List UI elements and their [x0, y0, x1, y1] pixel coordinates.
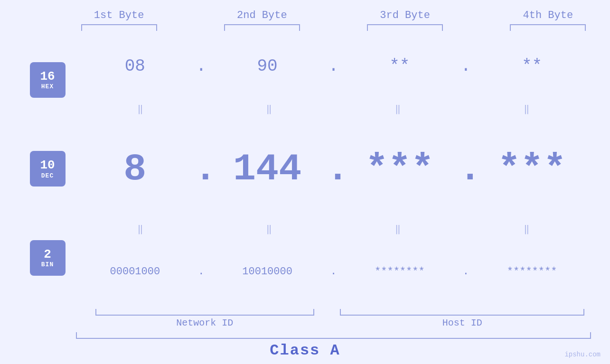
network-id-label: Network ID: [176, 317, 233, 328]
bin-sep3: .: [459, 266, 473, 278]
hex-b1-cell: 08: [76, 56, 194, 76]
dec-badge-number: 10: [40, 159, 55, 172]
hex-sep2: .: [327, 56, 341, 76]
badge-column: 16 HEX 10 DEC 2 BIN: [19, 31, 76, 307]
byte-headers: 1st Byte 2nd Byte 3rd Byte 4th Byte: [47, 9, 610, 31]
dec-b4-value: ***: [498, 148, 566, 191]
byte3-label: 3rd Byte: [380, 9, 430, 21]
bin-badge-label: BIN: [41, 261, 54, 268]
bin-sep2: .: [327, 266, 341, 278]
byte2-label: 2nd Byte: [237, 9, 287, 21]
dec-badge-label: DEC: [41, 172, 54, 179]
byte4-top-bracket: [510, 24, 586, 31]
main-container: 1st Byte 2nd Byte 3rd Byte 4th Byte 16 H…: [0, 0, 610, 364]
dec-b2-value: 144: [233, 148, 301, 191]
byte4-col-header: 4th Byte: [477, 9, 610, 31]
dec-b1-value: 8: [123, 148, 146, 191]
hex-b3-value: **: [389, 56, 410, 76]
watermark: ipshu.com: [564, 351, 601, 358]
dec-badge: 10 DEC: [30, 151, 66, 187]
equals-row-1: ‖ ‖ ‖ ‖: [76, 102, 591, 116]
bin-b4-value: ********: [507, 266, 557, 278]
byte1-col-header: 1st Byte: [47, 9, 190, 31]
dec-data-row: 8 . 144 . *** . ***: [76, 116, 591, 222]
network-id-section: Network ID: [76, 309, 334, 328]
dec-b2-cell: 144: [208, 148, 327, 191]
byte2-top-bracket: [224, 24, 300, 31]
hex-b2-value: 90: [257, 56, 278, 76]
hex-b4-value: **: [522, 56, 542, 76]
data-rows: 08 . 90 . ** . **: [76, 31, 591, 307]
hex-b1-value: 08: [125, 56, 145, 76]
bin-b4-cell: ********: [473, 266, 591, 278]
bin-data-row: 00001000 . 10010000 . ******** .: [76, 236, 591, 307]
dec-b4-cell: ***: [473, 148, 591, 191]
hex-sep1: .: [194, 56, 208, 76]
host-id-label: Host ID: [442, 317, 482, 328]
bin-b1-cell: 00001000: [76, 266, 194, 278]
byte1-top-bracket: [81, 24, 157, 31]
equals-row-2: ‖ ‖ ‖ ‖: [76, 222, 591, 236]
byte3-col-header: 3rd Byte: [334, 9, 477, 31]
hex-badge: 16 HEX: [30, 62, 66, 98]
bin-b1-value: 00001000: [110, 266, 160, 278]
hex-data-row: 08 . 90 . ** . **: [76, 31, 591, 102]
dec-sep3: .: [459, 148, 473, 191]
dec-b3-cell: ***: [341, 148, 459, 191]
byte1-label: 1st Byte: [94, 9, 144, 21]
hex-b4-cell: **: [473, 56, 591, 76]
bin-b2-value: 10010000: [242, 266, 292, 278]
host-id-bracket: [340, 309, 584, 316]
hex-badge-label: HEX: [41, 83, 54, 90]
class-section: Class A: [19, 332, 591, 359]
class-label: Class A: [270, 342, 340, 359]
dec-sep1: .: [194, 148, 208, 191]
hex-badge-number: 16: [40, 70, 55, 84]
dec-sep2: .: [327, 148, 341, 191]
hex-sep3: .: [459, 56, 473, 76]
hex-b2-cell: 90: [208, 56, 327, 76]
bin-b2-cell: 10010000: [208, 266, 327, 278]
bin-b3-cell: ********: [341, 266, 459, 278]
byte4-label: 4th Byte: [523, 9, 573, 21]
host-id-section: Host ID: [334, 309, 591, 328]
byte3-top-bracket: [367, 24, 443, 31]
bin-sep1: .: [194, 266, 208, 278]
hex-b3-cell: **: [341, 56, 459, 76]
bin-b3-value: ********: [375, 266, 425, 278]
byte2-col-header: 2nd Byte: [190, 9, 333, 31]
main-area: 16 HEX 10 DEC 2 BIN 08 .: [19, 31, 591, 307]
bin-badge-number: 2: [44, 248, 51, 261]
network-id-bracket: [95, 309, 314, 316]
class-bracket: [76, 332, 591, 339]
bottom-brackets-container: Network ID Host ID: [19, 309, 591, 328]
bin-badge: 2 BIN: [30, 240, 66, 276]
dec-b1-cell: 8: [76, 148, 194, 191]
dec-b3-value: ***: [366, 148, 434, 191]
